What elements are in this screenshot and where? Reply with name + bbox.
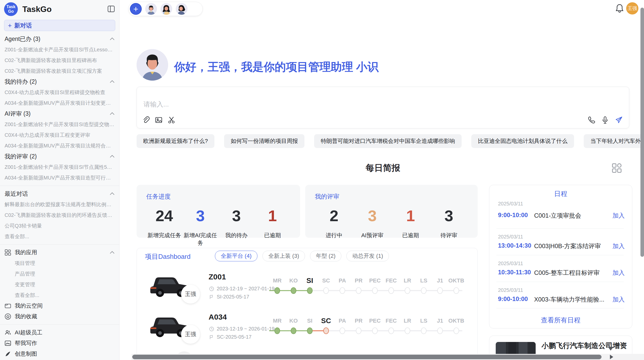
project-name[interactable]: A034: [209, 313, 227, 321]
avatar[interactable]: [176, 3, 187, 15]
scroll-down-arrow[interactable]: [608, 347, 613, 351]
tab-new-platform[interactable]: 全新平台 (4): [215, 251, 257, 261]
section-header-agent-done[interactable]: Agent已办 (3): [0, 34, 119, 44]
list-item[interactable]: A034-全新新能源MUV产品开发项目法规符合性评审: [0, 140, 119, 151]
app-title: TaskGo: [22, 5, 52, 14]
list-item[interactable]: A034-全新新能源MUV产品开发项目计划变更表编写: [0, 98, 119, 108]
event-date: 2025/03/11: [498, 201, 523, 207]
sidebar-item-creative-drawing[interactable]: 创意制图: [0, 349, 119, 359]
event-name: C003|H0B-方案冻结评审: [534, 242, 601, 250]
tab-powertrain[interactable]: 动总开发 (1): [346, 251, 389, 261]
scroll-right-arrow[interactable]: [610, 355, 613, 359]
project-owner-badge: 王强: [181, 285, 200, 304]
new-chat-button[interactable]: + 新对话: [4, 20, 115, 31]
logo-text-bottom: Go: [8, 9, 14, 14]
list-item[interactable]: C0X4-动力总成开发项目SI里程碑提交物检查: [0, 87, 119, 98]
sidebar-item-change-mgmt[interactable]: 变更管理: [0, 279, 119, 290]
add-agent-button[interactable]: +: [130, 3, 142, 15]
send-icon[interactable]: [615, 116, 623, 124]
sidebar-item-ai-super-staff[interactable]: AI超级员工: [0, 327, 119, 338]
view-all-link[interactable]: 查看全部...: [0, 231, 119, 242]
milestone-label: PR: [350, 276, 367, 286]
section-title: 最近对话: [5, 190, 28, 198]
list-item[interactable]: Z001-全新燃油轻卡产品开发项目SI节点属性5D文件评审: [0, 162, 119, 172]
scissors-icon[interactable]: [167, 116, 175, 124]
notifications-bell-icon[interactable]: [615, 4, 624, 13]
sidebar-item-help-me-write[interactable]: 帮我写作: [0, 338, 119, 349]
horizontal-scrollbar[interactable]: [132, 355, 602, 359]
stat-value: 3: [182, 207, 218, 224]
list-item[interactable]: C02-飞腾新能源轻客改款项目里程碑画布: [0, 55, 119, 66]
dashboard-title: 项目Dashboard: [145, 252, 191, 261]
tab-model-year[interactable]: 年型 (2): [310, 251, 341, 261]
stat-value: 24: [146, 207, 182, 224]
section-header-my-review[interactable]: 我的评审 (2): [0, 151, 119, 162]
sidebar-item-cloud-space[interactable]: 我的云空间: [0, 301, 119, 311]
milestone-labels: MR KO SI SC PA PR PEC FEC LR LS J1 OKTB: [269, 316, 464, 326]
list-item[interactable]: 解释最新出台的欧盟报废车法规再生塑料比例被调至15%...: [0, 199, 119, 210]
stat-value: 2: [315, 207, 353, 224]
section-header-my-todo[interactable]: 我的待办 (2): [0, 76, 119, 87]
tab-new-body[interactable]: 全新上装 (3): [262, 251, 305, 261]
milestone-label: LS: [416, 316, 432, 326]
app-window: Task Go TaskGo + 新对话 Agent已办 (3) Z001-全新…: [0, 0, 644, 360]
project-date-range: 2023-12-19 ~ 2027-01-19: [217, 286, 274, 292]
event-time: 9:00-10:00: [498, 295, 528, 303]
list-item[interactable]: Z001-全新燃油皮卡产品开发项目SI节点Lesson Learn报告: [0, 44, 119, 55]
sidebar-item-product-mgmt[interactable]: 产品管理: [0, 268, 119, 279]
microphone-icon[interactable]: [601, 116, 609, 124]
list-item[interactable]: C0X4-动力总成开发项目工程变更评审: [0, 130, 119, 140]
event-date: 2025/03/11: [498, 234, 523, 240]
image-icon[interactable]: [155, 116, 163, 124]
sidebar-item-project-mgmt[interactable]: 项目管理: [0, 258, 119, 268]
list-item[interactable]: C02-飞腾新能源轻客改款项目立项汇报方案: [0, 66, 119, 76]
logo-row: Task Go TaskGo: [0, 0, 119, 18]
section-header-recent[interactable]: 最近对话: [0, 188, 119, 199]
sidebar: Task Go TaskGo + 新对话 Agent已办 (3) Z001-全新…: [0, 0, 120, 360]
suggestion-chip[interactable]: 当下年轻人对汽车外观有怎样的喜好趋势: [584, 134, 644, 148]
join-link[interactable]: 加入: [612, 295, 625, 304]
logo-text-top: Task: [6, 5, 15, 9]
list-item[interactable]: C02-飞腾新能源轻客改款项目的闭环通告反馈情况: [0, 210, 119, 220]
project-owner-badge: 王强: [181, 325, 200, 344]
suggestion-chip[interactable]: 欧洲新规最近颁布了什么?: [137, 134, 214, 148]
suggestion-chip[interactable]: 特朗普可能对进口汽车增税会对中国车企造成哪些影响: [314, 134, 462, 148]
stat: 3新增AI完成任务: [182, 207, 218, 247]
stat-label: 已逾期: [254, 232, 290, 239]
milestone-label: J1: [432, 316, 448, 326]
flag-icon: [209, 294, 214, 299]
suggestion-chip[interactable]: 如何写一份清晰的项目周报: [224, 134, 304, 148]
star-icon: [5, 313, 11, 320]
sidebar-item-favorites[interactable]: 我的收藏: [0, 311, 119, 322]
collapse-sidebar-icon[interactable]: [108, 6, 115, 12]
list-item[interactable]: 公司Q3轻卡销量: [0, 220, 119, 231]
sidebar-item-my-apps[interactable]: 我的应用: [0, 247, 119, 258]
avatar[interactable]: [160, 3, 172, 15]
layout-grid-icon[interactable]: [611, 163, 622, 173]
avatar[interactable]: [145, 3, 157, 15]
section-title: 我的应用: [15, 249, 110, 256]
attachment-icon[interactable]: [142, 116, 150, 124]
user-avatar[interactable]: 王强: [626, 2, 638, 14]
view-all-schedule-link[interactable]: 查看所有日程: [489, 316, 632, 325]
phone-icon[interactable]: [587, 116, 595, 124]
suggestion-chip[interactable]: 比亚迪全固态电池计划具体说了什么: [471, 134, 574, 148]
project-name[interactable]: Z001: [209, 273, 226, 281]
milestone-label: MR: [269, 316, 285, 326]
section-title: 我的评审 (2): [5, 153, 37, 160]
chat-input[interactable]: [143, 100, 551, 109]
vertical-scrollbar[interactable]: [640, 8, 644, 257]
section-title: Agent已办 (3): [5, 35, 40, 43]
join-link[interactable]: 加入: [612, 212, 625, 220]
join-link[interactable]: 加入: [612, 269, 625, 277]
people-icon: [5, 329, 11, 336]
agent-switcher: +: [128, 2, 203, 16]
list-item[interactable]: A034-全新新能源MUV产品开发项目造型可行性评审: [0, 172, 119, 183]
view-all-link[interactable]: 查看全部...: [0, 290, 119, 301]
list-item[interactable]: Z001-全新燃油轻卡产品开发项目SI造型提交物评审: [0, 119, 119, 130]
section-header-ai-review[interactable]: AI评审 (3): [0, 108, 119, 119]
join-link[interactable]: 加入: [612, 242, 625, 250]
event-name: X003-车辆动力学性能验...: [534, 295, 604, 304]
stat: 3待评审: [430, 207, 468, 239]
milestone-label: MR: [269, 276, 285, 286]
